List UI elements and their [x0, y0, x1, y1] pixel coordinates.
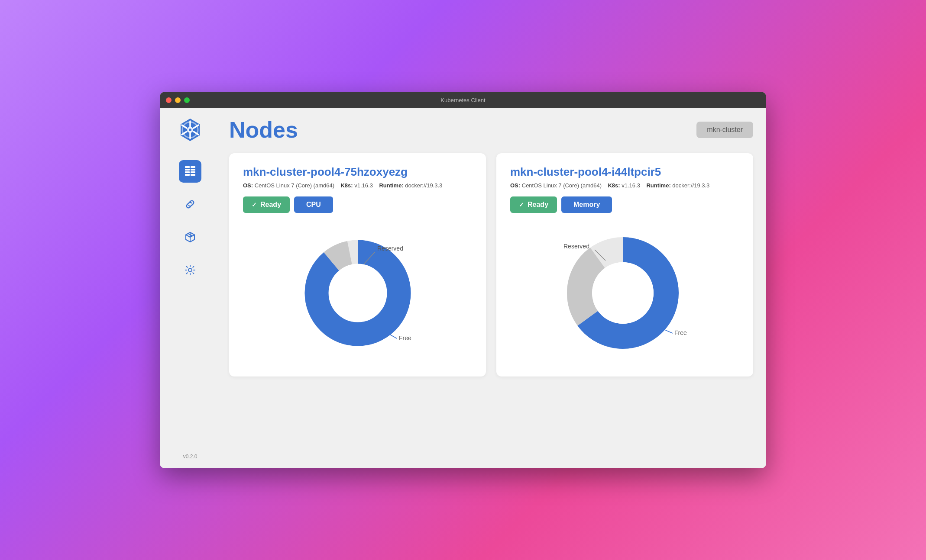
ready-label-2: Ready	[528, 201, 548, 209]
svg-rect-14	[191, 166, 195, 168]
node-card-1: mkn-cluster-pool4-75hzoxyezg OS: CentOS …	[229, 153, 486, 377]
runtime-value-1: docker://19.3.3	[405, 182, 442, 189]
checkmark-icon-2: ✓	[519, 201, 524, 208]
svg-point-22	[329, 264, 387, 322]
svg-rect-11	[185, 169, 190, 171]
node-meta-1: OS: CentOS Linux 7 (Core) (amd64) K8s: v…	[243, 182, 472, 189]
minimize-button[interactable]	[175, 97, 181, 103]
svg-rect-15	[191, 169, 195, 171]
sidebar-item-nodes[interactable]	[179, 160, 201, 183]
node-meta-2: OS: CentOS Linux 7 (Core) (amd64) K8s: v…	[510, 182, 739, 189]
svg-point-30	[592, 262, 654, 324]
nodes-icon	[184, 165, 196, 177]
svg-text:Free: Free	[399, 335, 411, 341]
svg-rect-16	[191, 171, 195, 173]
svg-rect-17	[191, 174, 195, 176]
svg-text:Reserved: Reserved	[563, 243, 589, 250]
os-value-2: CentOS Linux 7 (Core) (amd64)	[522, 182, 602, 189]
k8s-label-1: K8s:	[340, 182, 353, 189]
memory-badge-2[interactable]: Memory	[561, 196, 612, 213]
nav-items	[179, 160, 201, 281]
svg-point-2	[189, 129, 191, 131]
runtime-label-1: Runtime:	[379, 182, 403, 189]
main-content: Nodes mkn-cluster mkn-cluster-pool4-75hz…	[220, 108, 766, 468]
app-body: v0.2.0 Nodes mkn-cluster mkn-cluster-poo…	[160, 108, 766, 468]
window-title: Kubernetes Client	[440, 97, 485, 103]
svg-rect-12	[185, 171, 190, 173]
close-button[interactable]	[166, 97, 172, 103]
maximize-button[interactable]	[184, 97, 190, 103]
k8s-value-2: v1.16.3	[622, 182, 640, 189]
svg-text:Free: Free	[674, 329, 687, 336]
titlebar: Kubernetes Client	[160, 92, 766, 108]
runtime-label-2: Runtime:	[646, 182, 670, 189]
svg-rect-10	[185, 166, 190, 168]
node-badges-2: ✓ Ready Memory	[510, 196, 739, 213]
ready-badge-1[interactable]: ✓ Ready	[243, 196, 290, 213]
os-label-2: OS:	[510, 182, 520, 189]
os-label-1: OS:	[243, 182, 253, 189]
node-name-2: mkn-cluster-pool4-i44ltpcir5	[510, 165, 739, 179]
node-badges-1: ✓ Ready CPU	[243, 196, 472, 213]
svg-point-18	[188, 268, 192, 272]
cpu-donut-chart: Reserved Free	[293, 228, 423, 358]
k8s-label-2: K8s:	[608, 182, 620, 189]
ready-label-1: Ready	[260, 201, 281, 209]
sidebar-item-settings[interactable]	[179, 259, 201, 281]
page-title: Nodes	[229, 117, 298, 143]
sidebar: v0.2.0	[160, 108, 220, 468]
nodes-grid: mkn-cluster-pool4-75hzoxyezg OS: CentOS …	[229, 153, 753, 377]
logo	[177, 117, 203, 143]
k8s-value-1: v1.16.3	[354, 182, 373, 189]
app-window: Kubernetes Client	[160, 92, 766, 468]
os-value-1: CentOS Linux 7 (Core) (amd64)	[255, 182, 334, 189]
node-card-2: mkn-cluster-pool4-i44ltpcir5 OS: CentOS …	[496, 153, 753, 377]
version-label: v0.2.0	[183, 454, 198, 460]
cluster-selector-button[interactable]: mkn-cluster	[696, 122, 753, 138]
packages-icon	[184, 231, 196, 243]
runtime-value-2: docker://19.3.3	[672, 182, 709, 189]
checkmark-icon-1: ✓	[252, 201, 257, 208]
svg-rect-13	[185, 174, 190, 176]
chart-container-2: Reserved Free	[510, 222, 739, 364]
ready-badge-2[interactable]: ✓ Ready	[510, 196, 557, 213]
svg-text:Reserved: Reserved	[377, 245, 403, 252]
chart-container-1: Reserved Free	[243, 222, 472, 364]
page-header: Nodes mkn-cluster	[229, 117, 753, 143]
node-name-1: mkn-cluster-pool4-75hzoxyezg	[243, 165, 472, 179]
sidebar-item-links[interactable]	[179, 193, 201, 216]
settings-icon	[184, 264, 196, 276]
sidebar-item-packages[interactable]	[179, 226, 201, 248]
links-icon	[184, 198, 196, 210]
cpu-badge-1[interactable]: CPU	[294, 196, 333, 213]
memory-donut-chart: Reserved Free	[556, 226, 694, 360]
kubernetes-logo-icon	[177, 117, 203, 143]
traffic-lights	[166, 97, 190, 103]
